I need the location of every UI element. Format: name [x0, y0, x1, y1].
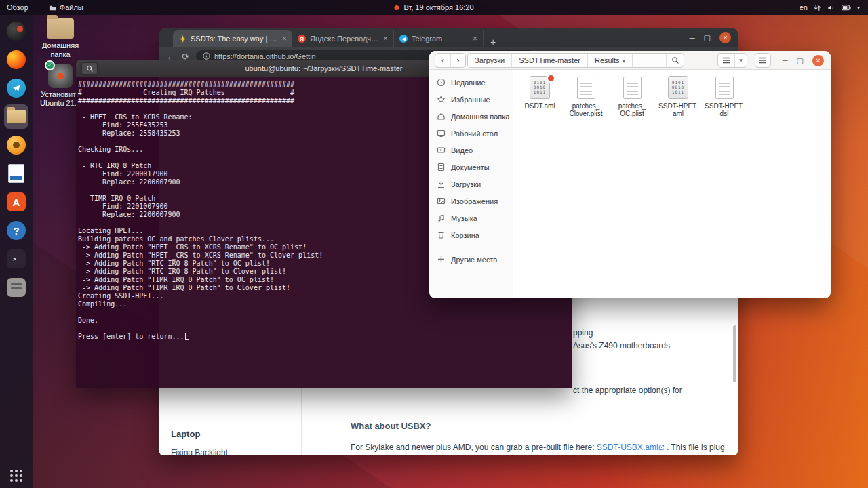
- page-text-fragment: pping: [573, 327, 593, 339]
- dock-app-files[interactable]: [4, 104, 28, 129]
- file-item[interactable]: SSDT-HPET. dsl: [702, 74, 747, 117]
- help-icon: ?: [7, 221, 26, 240]
- file-item[interactable]: 010100101011 DSDT.aml: [517, 74, 562, 110]
- volume-icon: [827, 4, 835, 12]
- dock-app-terminal[interactable]: >_: [4, 247, 28, 271]
- search-button[interactable]: [666, 54, 684, 67]
- camera-app-icon: [7, 136, 26, 155]
- minimize-icon[interactable]: ─: [690, 34, 695, 42]
- hamburger-menu-button[interactable]: [755, 53, 771, 68]
- file-item[interactable]: patches_ OC.plist: [610, 74, 654, 117]
- ssdt-usbx-link[interactable]: SSDT-USBX.aml: [597, 443, 658, 452]
- tab-telegram[interactable]: Telegram ×: [394, 30, 484, 47]
- close-icon[interactable]: ×: [812, 55, 824, 66]
- dock-app-1[interactable]: [4, 19, 28, 43]
- paragraph-text: . This file is plug: [665, 443, 725, 452]
- file-item[interactable]: 010100101011 SSDT-HPET. aml: [656, 74, 701, 117]
- maximize-icon[interactable]: ▢: [704, 33, 711, 42]
- new-tab-button[interactable]: +: [490, 37, 496, 47]
- docs-sidebar-heading: Laptop: [171, 429, 200, 439]
- tab-close-icon[interactable]: ×: [282, 34, 287, 43]
- dock-app-writer[interactable]: [4, 161, 28, 186]
- terminal-search-button[interactable]: [81, 62, 98, 75]
- maximize-icon[interactable]: ▢: [797, 56, 804, 65]
- close-icon[interactable]: ×: [719, 32, 731, 43]
- clock-label: Вт, 19 октября 16:20: [403, 3, 473, 12]
- breadcrumb-ssdttime-master[interactable]: SSDTTime-master: [512, 54, 588, 67]
- tab-yandex-translate[interactable]: Я Яндекс.Переводчик – сл... ×: [292, 30, 394, 47]
- check-badge-icon: ✓: [45, 60, 55, 70]
- telegram-favicon-icon: [399, 35, 408, 43]
- activities-button[interactable]: Обзор: [0, 3, 28, 12]
- sidebar-item-trash[interactable]: Корзина: [429, 226, 513, 243]
- breadcrumb-downloads[interactable]: Загрузки: [468, 54, 512, 67]
- sidebar-item-label: Музыка: [451, 214, 477, 222]
- file-manager-header-bar[interactable]: ‹ › Загрузки SSDTTime-master Results▾ ▾: [429, 51, 831, 70]
- browser-tab-bar[interactable]: SSDTs: The easy way | G... × Я Яндекс.Пе…: [159, 28, 738, 47]
- sidebar-item-label: Домашняя папка: [451, 113, 509, 121]
- desktop: Домашняя папка ✓ Установить Ubuntu 21.1 …: [0, 0, 868, 488]
- paragraph-text: For Skylake and newer plus AMD, you can …: [351, 443, 597, 452]
- dock-app-telegram[interactable]: [4, 76, 28, 100]
- ubuntu-software-icon: A: [7, 192, 26, 211]
- back-icon[interactable]: ‹: [435, 54, 450, 67]
- page-text-fragment: Asus's Z490 motherboards: [573, 340, 670, 352]
- yandex-favicon-icon: Я: [298, 35, 306, 43]
- text-file-icon: [715, 77, 734, 99]
- system-status-area[interactable]: en ▾: [800, 3, 868, 12]
- dock-app-help[interactable]: ?: [4, 218, 28, 243]
- docs-sidebar-link-backlight[interactable]: Fixing Backlight: [171, 448, 228, 455]
- firefox-icon: [7, 50, 26, 69]
- focused-app-menu[interactable]: Файлы: [28, 3, 83, 12]
- minimize-icon[interactable]: ─: [783, 56, 788, 64]
- sidebar-item-label: Другие места: [451, 256, 498, 264]
- file-manager-window: ‹ › Загрузки SSDTTime-master Results▾ ▾: [429, 51, 831, 298]
- breadcrumb-results[interactable]: Results▾: [588, 54, 633, 67]
- app-grid-button[interactable]: [10, 470, 22, 482]
- sidebar-item-pictures[interactable]: Изображения: [429, 192, 513, 209]
- sidebar-item-desktop[interactable]: Рабочий стол: [429, 125, 513, 142]
- view-toggle: ▾: [717, 53, 747, 68]
- tab-close-icon[interactable]: ×: [473, 34, 477, 43]
- chevron-down-icon: ▾: [857, 5, 860, 11]
- paragraph-usbx: For Skylake and newer plus AMD, you can …: [351, 442, 730, 455]
- sidebar-item-videos[interactable]: Видео: [429, 142, 513, 159]
- dock-app-camera[interactable]: [4, 133, 28, 157]
- sidebar-item-label: Загрузки: [451, 180, 481, 188]
- dock-app-software[interactable]: A: [4, 190, 28, 214]
- folder-icon: [47, 18, 74, 39]
- tab-close-icon[interactable]: ×: [383, 34, 388, 43]
- sidebar-item-recent[interactable]: Недавние: [429, 74, 513, 91]
- keyboard-layout-indicator[interactable]: en: [800, 3, 808, 12]
- view-options-chevron-icon[interactable]: ▾: [734, 54, 747, 67]
- desktop-icon-home[interactable]: Домашняя папка: [37, 18, 83, 59]
- desktop-icon-label: Домашняя папка: [37, 41, 83, 59]
- path-bar-empty: [633, 54, 666, 67]
- sidebar-item-home[interactable]: Домашняя папка: [429, 108, 513, 125]
- sidebar-item-downloads[interactable]: Загрузки: [429, 176, 513, 192]
- file-name: DSDT.aml: [517, 102, 562, 110]
- file-manager-content[interactable]: 010100101011 DSDT.aml patches_ Clover.pl…: [513, 70, 831, 298]
- list-view-icon[interactable]: [718, 54, 734, 67]
- activities-label: Обзор: [7, 3, 28, 12]
- clock-button[interactable]: Вт, 19 октября 16:20: [394, 3, 473, 12]
- dark-browser-icon: [7, 22, 26, 41]
- sidebar-item-other-locations[interactable]: Другие места: [429, 251, 513, 268]
- terminal-icon: >_: [7, 249, 26, 268]
- file-item[interactable]: patches_ Clover.plist: [564, 74, 608, 117]
- navigation-buttons: ‹ ›: [435, 53, 466, 68]
- page-scrollbar[interactable]: [733, 325, 736, 382]
- forward-icon[interactable]: ›: [450, 54, 465, 67]
- files-app-icon: [49, 4, 56, 12]
- battery-icon: [842, 5, 851, 11]
- file-manager-sidebar: Недавние Избранные Домашняя папка Рабочи…: [429, 70, 513, 298]
- telegram-icon: [7, 79, 26, 98]
- tab-ssdts-guide[interactable]: SSDTs: The easy way | G... ×: [173, 30, 292, 47]
- dock-app-firefox[interactable]: [4, 47, 28, 72]
- emblem-badge-icon: [547, 74, 555, 83]
- paragraph-text: .: [653, 454, 655, 455]
- sidebar-item-documents[interactable]: Документы: [429, 159, 513, 176]
- sidebar-item-starred[interactable]: Избранные: [429, 91, 513, 108]
- dock-app-utilities[interactable]: [4, 275, 28, 300]
- sidebar-item-music[interactable]: Музыка: [429, 209, 513, 226]
